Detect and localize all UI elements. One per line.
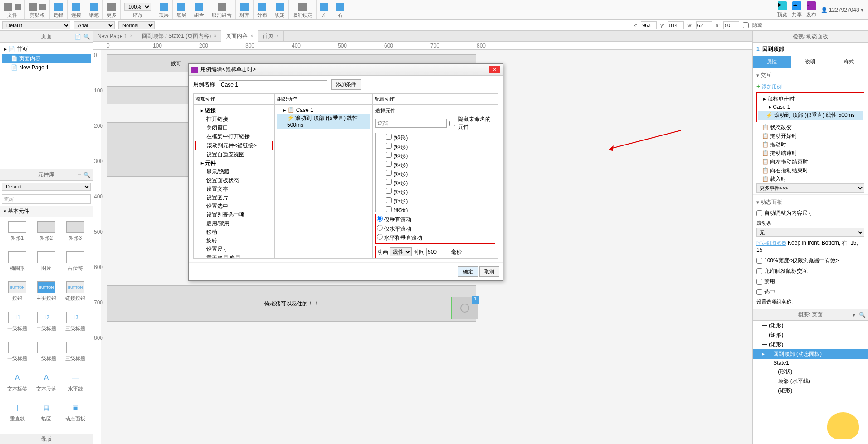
list-item[interactable]: (矩形) — [376, 142, 495, 151]
tb-back[interactable]: 底层 — [173, 0, 190, 19]
org-action[interactable]: ⚡ 滚动到 顶部 (仅垂直) 线性 500ms — [277, 114, 370, 129]
tb-select[interactable]: 选择 — [50, 0, 68, 19]
widget-item[interactable]: 三级标题 — [62, 342, 89, 370]
outline-item[interactable]: ▸ — 回到顶部 (动态面板) — [753, 349, 868, 359]
outline-item[interactable]: — State1 — [753, 359, 868, 367]
widget-search-input[interactable] — [375, 119, 447, 128]
ok-button[interactable]: 确定 — [458, 266, 478, 277]
y-input[interactable] — [668, 21, 684, 29]
tb-more[interactable]: 更多 — [103, 0, 121, 19]
radio-horizontal[interactable] — [377, 225, 383, 231]
widget-item[interactable]: —水平线 — [62, 372, 89, 401]
widget-list[interactable]: (矩形) (矩形) (矩形) (矩形) (矩形) (矩形) (矩形) (矩形) … — [375, 133, 495, 212]
page-item-content[interactable]: 📄 页面内容 — [2, 54, 91, 63]
tb-group[interactable]: 组合 — [190, 0, 208, 19]
tb-zoom[interactable]: 100% 缩放 — [121, 0, 155, 19]
widget-item[interactable]: 矩形3 — [62, 221, 89, 250]
weight-select[interactable]: Normal — [118, 21, 155, 29]
more-events-select[interactable]: 更多事件>>> — [756, 183, 864, 193]
action-enable[interactable]: 启用/禁用 — [195, 219, 273, 228]
outline-item[interactable]: — (矩形) — [753, 340, 868, 349]
widget-item[interactable]: H1一级标题 — [4, 312, 31, 340]
action-scroll-to-anchor[interactable]: 滚动到元件<锚链接> — [195, 141, 273, 150]
tab-notes[interactable]: 说明 — [791, 56, 830, 68]
action-adaptive[interactable]: 设置自适应视图 — [195, 150, 273, 159]
action-open-link[interactable]: 打开链接 — [195, 115, 273, 124]
canvas-tab[interactable]: 首页× — [258, 30, 284, 42]
outline-item[interactable]: — (矩形) — [753, 386, 868, 396]
file-open-icon[interactable] — [15, 4, 21, 10]
tb-file[interactable]: 文件 — [0, 0, 25, 19]
add-page-icon[interactable]: 📄 — [74, 34, 81, 40]
disabled-checkbox[interactable] — [756, 279, 762, 285]
widget-item[interactable]: 一级标题 — [4, 342, 31, 370]
add-condition-button[interactable]: 添加条件 — [331, 79, 361, 90]
canvas-tab[interactable]: 回到顶部 / State1 (页面内容)× — [137, 30, 221, 42]
tb-front[interactable]: 顶层 — [155, 0, 173, 19]
tab-close-icon[interactable]: × — [276, 34, 279, 39]
preview-icon[interactable]: ▶ — [778, 1, 787, 10]
widget-item[interactable]: 椭圆形 — [4, 251, 31, 280]
case-name-input[interactable] — [219, 80, 327, 89]
radio-both[interactable] — [377, 234, 383, 240]
event-item[interactable]: 📋 载入时 — [756, 175, 864, 183]
event-item[interactable]: 📋 拖动结束时 — [756, 149, 864, 158]
page-item-home[interactable]: ▸ 📄 首页 — [2, 44, 91, 54]
dialog-titlebar[interactable]: 用例编辑<鼠标单击时> ✕ — [189, 64, 503, 76]
action-set-size[interactable]: 设置尺寸 — [195, 245, 273, 254]
action-show-hide[interactable]: 显示/隐藏 — [195, 168, 273, 176]
style-preset-select[interactable]: Default — [2, 21, 70, 29]
tb-right[interactable]: 右 — [332, 0, 348, 19]
widget-item[interactable]: 图片 — [33, 251, 60, 280]
footer-rect[interactable]: 俺老猪可以忍住的！！ — [107, 285, 476, 322]
tb-ungroup[interactable]: 取消组合 — [208, 0, 236, 19]
action-set-selected[interactable]: 设置选中 — [195, 202, 273, 211]
widget-item[interactable]: BUTTON主要按钮 — [33, 281, 60, 310]
canvas-tab[interactable]: 页面内容× — [221, 30, 258, 42]
page-item-new[interactable]: 📄 New Page 1 — [2, 63, 91, 72]
tb-connect[interactable]: 连接 — [68, 0, 85, 19]
hide-unnamed-checkbox[interactable] — [449, 121, 455, 126]
search-widgets-icon[interactable]: 🔍 — [83, 172, 90, 178]
list-item[interactable]: (形状) — [376, 206, 495, 212]
basic-widgets-header[interactable]: ▾ 基本元件 — [0, 206, 93, 217]
list-item[interactable]: (矩形) — [376, 197, 495, 206]
library-select[interactable]: Default — [2, 183, 91, 191]
tab-close-icon[interactable]: × — [214, 34, 216, 39]
font-select[interactable]: Arial — [74, 21, 115, 29]
time-input[interactable] — [426, 248, 449, 256]
tb-clipboard[interactable]: 剪贴板 — [25, 0, 50, 19]
outline-item[interactable]: — (矩形) — [753, 321, 868, 330]
event-item[interactable]: 📋 拖动开始时 — [756, 132, 864, 140]
event-onclick[interactable]: ▸ 鼠标单击时 — [758, 95, 863, 103]
canvas-tab[interactable]: New Page 1× — [93, 31, 137, 41]
action-cat-widgets[interactable]: ▸ 元件 — [195, 159, 273, 168]
action-move[interactable]: 移动 — [195, 228, 273, 236]
action-cat-links[interactable]: ▸ 链接 — [195, 106, 273, 115]
filter-icon[interactable]: ▼ — [851, 312, 857, 318]
outline-item[interactable]: — 顶部 (水平线) — [753, 376, 868, 386]
add-case-link[interactable]: 添加用例 — [762, 84, 782, 89]
tb-lock[interactable]: 锁定 — [271, 0, 289, 19]
hidden-checkbox[interactable] — [743, 22, 749, 28]
event-item[interactable]: 📋 状态改变 — [756, 123, 864, 132]
zoom-select[interactable]: 100% — [124, 3, 151, 11]
action-front-back[interactable]: 置于顶层/底层 — [195, 254, 273, 258]
w-input[interactable] — [696, 21, 712, 29]
copy-icon[interactable] — [39, 4, 46, 10]
outline-item[interactable]: — (形状) — [753, 367, 868, 376]
action-close-window[interactable]: 关闭窗口 — [195, 124, 273, 132]
tb-pen[interactable]: 钢笔 — [85, 0, 103, 19]
widget-item[interactable]: ▣动态面板 — [62, 402, 89, 430]
tb-align[interactable]: 对齐 — [236, 0, 254, 19]
tab-properties[interactable]: 属性 — [753, 56, 791, 68]
radio-vertical[interactable] — [377, 216, 383, 222]
anim-type-select[interactable]: 线性 — [390, 247, 412, 256]
widget-item[interactable]: 矩形1 — [4, 221, 31, 250]
tb-dist[interactable]: 分布 — [254, 0, 271, 19]
event-item[interactable]: 📋 拖动时 — [756, 140, 864, 149]
list-item[interactable]: (矩形) — [376, 179, 495, 188]
file-new-icon[interactable] — [4, 3, 12, 11]
share-icon[interactable]: ☁ — [792, 1, 801, 10]
object-name[interactable]: 1回到顶部 — [753, 43, 868, 56]
